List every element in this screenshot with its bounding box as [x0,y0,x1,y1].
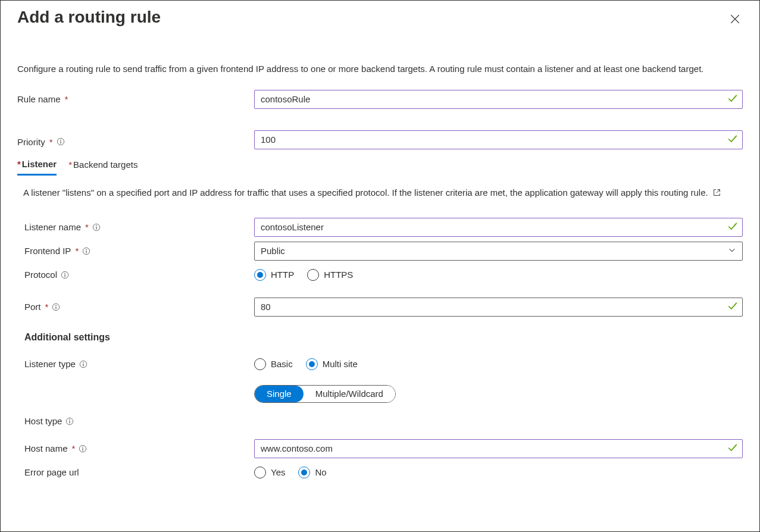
page-title: Add a routing rule [17,8,161,27]
port-row: Port * [17,296,743,318]
panel-description: Configure a routing rule to send traffic… [17,62,743,76]
svg-rect-8 [86,251,87,253]
rule-name-row: Rule name * [17,90,743,109]
listener-type-label: Listener type [24,359,76,369]
host-name-label: Host name [24,443,68,453]
add-routing-rule-panel: Add a routing rule Configure a routing r… [0,0,760,532]
svg-point-19 [70,419,71,420]
info-icon[interactable] [79,360,87,368]
svg-rect-2 [60,141,61,143]
required-indicator: * [72,443,76,453]
error-page-no-label: No [315,467,326,477]
frontend-ip-label: Frontend IP [24,246,71,256]
close-button[interactable] [727,11,743,27]
info-icon[interactable] [57,137,65,146]
host-type-label: Host type [24,416,62,426]
info-icon[interactable] [82,247,90,255]
listener-type-basic-label: Basic [271,359,293,369]
svg-point-16 [83,362,84,363]
required-indicator: * [49,137,53,147]
error-page-label: Error page url [24,467,79,477]
host-type-pill-row: Single Multiple/Wildcard [17,383,743,405]
error-page-row: Error page url Yes No [17,462,743,483]
rule-name-input[interactable] [254,90,743,109]
host-type-toggle: Single Multiple/Wildcard [254,385,396,403]
svg-point-7 [86,249,87,250]
additional-settings-heading: Additional settings [24,332,743,343]
listener-name-row: Listener name * [17,217,743,238]
priority-input[interactable] [254,130,743,149]
svg-point-4 [96,225,97,226]
host-type-multiple-option[interactable]: Multiple/Wildcard [304,386,395,402]
listener-type-radio-group: Basic Multi site [254,358,743,370]
host-name-row: Host name * [17,438,743,459]
protocol-http-radio[interactable]: HTTP [254,269,294,281]
listener-name-input[interactable] [254,218,743,237]
svg-rect-5 [96,227,96,229]
host-type-single-option[interactable]: Single [255,386,304,402]
listener-type-multi-label: Multi site [323,359,358,369]
external-link-icon[interactable] [713,188,721,198]
info-icon[interactable] [52,303,60,311]
tabs: *Listener *Backend targets [17,155,743,176]
svg-rect-20 [70,421,70,423]
tab-listener[interactable]: *Listener [17,155,57,176]
frontend-ip-select[interactable]: Public [254,242,743,261]
error-page-radio-group: Yes No [254,467,743,478]
error-page-no-radio[interactable]: No [298,467,326,478]
rule-name-label: Rule name [17,94,61,104]
listener-type-row: Listener type Basic Multi site [17,353,743,375]
protocol-label: Protocol [24,270,57,280]
tab-backend-targets[interactable]: *Backend targets [68,155,137,176]
required-indicator: * [75,246,79,256]
listener-type-multi-radio[interactable]: Multi site [306,358,358,370]
info-icon[interactable] [61,271,69,279]
chevron-down-icon [728,246,736,256]
panel-header: Add a routing rule [17,8,743,27]
info-icon[interactable] [65,417,74,425]
error-page-yes-radio[interactable]: Yes [254,467,285,478]
tab-listener-label: Listener [22,159,57,169]
svg-rect-17 [83,364,83,366]
svg-point-22 [83,446,84,447]
port-label: Port [24,302,41,312]
listener-description-text: A listener "listens" on a specified port… [23,187,708,198]
svg-point-10 [64,273,65,274]
svg-rect-11 [64,274,65,277]
svg-rect-23 [83,448,83,450]
frontend-ip-value: Public [261,246,285,256]
required-indicator: * [65,94,68,104]
priority-label: Priority [17,137,45,147]
port-input[interactable] [254,298,743,317]
error-page-yes-label: Yes [271,467,285,477]
listener-type-basic-radio[interactable]: Basic [254,358,293,370]
required-indicator: * [45,302,49,312]
protocol-radio-group: HTTP HTTPS [254,269,743,281]
priority-row: Priority * [17,130,743,149]
svg-point-1 [60,140,61,141]
listener-description: A listener "listens" on a specified port… [23,186,743,200]
svg-point-13 [56,305,57,306]
protocol-http-label: HTTP [271,270,294,280]
protocol-https-label: HTTPS [324,270,353,280]
info-icon[interactable] [92,223,101,231]
host-type-label-row: Host type [17,411,743,432]
svg-rect-14 [56,306,57,309]
protocol-row: Protocol HTTP HTTPS [17,264,743,286]
listener-name-label: Listener name [24,222,81,232]
required-indicator: * [85,222,89,232]
info-icon[interactable] [79,445,87,453]
frontend-ip-row: Frontend IP * Public [17,240,743,262]
protocol-https-radio[interactable]: HTTPS [307,269,353,281]
close-icon [730,14,740,24]
tab-backend-label: Backend targets [73,159,137,170]
host-name-input[interactable] [254,439,743,458]
